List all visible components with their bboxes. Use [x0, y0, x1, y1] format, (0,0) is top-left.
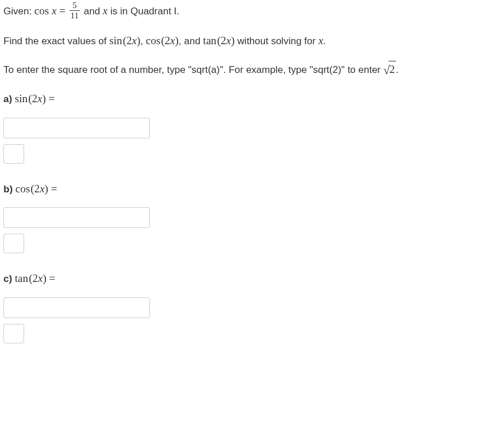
part-a-label: a) sin (2x) =	[3, 91, 501, 107]
arg-var: x	[226, 34, 231, 47]
answer-input-c[interactable]	[3, 297, 150, 318]
tan-label: tan	[203, 34, 216, 47]
preview-box-a[interactable]	[3, 144, 24, 164]
find-suffix: without solving for	[234, 36, 318, 47]
part-letter: a)	[3, 94, 15, 105]
sin-label: sin	[109, 34, 122, 47]
find-line: Find the exact values of sin (2x), cos (…	[3, 33, 501, 49]
arg-open: (2	[29, 272, 38, 284]
part-letter: b)	[3, 184, 16, 195]
equals: =	[47, 272, 55, 284]
fraction-den: 11	[70, 11, 80, 20]
answer-input-b[interactable]	[3, 207, 150, 228]
suffix-after: is in Quadrant I.	[107, 6, 179, 17]
arg-open: (2	[217, 34, 226, 47]
arg-open: (2	[28, 92, 37, 105]
part-c: c) tan (2x) =	[3, 270, 501, 343]
fraction: 511	[70, 1, 80, 20]
preview-box-b[interactable]	[3, 234, 24, 253]
arg-var: x	[132, 34, 136, 47]
preview-box-c[interactable]	[3, 324, 24, 343]
arg-open: (2	[30, 183, 40, 195]
equals: =	[48, 183, 57, 195]
part-a: a) sin (2x) =	[3, 91, 501, 164]
fn: sin	[15, 92, 28, 105]
given-prefix: Given:	[3, 6, 34, 17]
hint-line: To enter the square root of a number, ty…	[3, 61, 501, 80]
answer-input-a[interactable]	[3, 118, 150, 138]
cos-label: cos	[146, 34, 160, 47]
arg-var: x	[38, 272, 43, 284]
arg-var: x	[40, 183, 44, 195]
radicand: 2	[388, 61, 397, 78]
sep: ,	[140, 36, 145, 47]
arg-open: (2	[161, 34, 170, 47]
suffix-before: and	[81, 6, 103, 17]
arg-open: (2	[123, 34, 132, 47]
sep: , and	[179, 36, 203, 47]
hint-text: To enter the square root of a number, ty…	[3, 64, 383, 75]
cos-label: cos	[34, 5, 49, 17]
fn: tan	[15, 272, 28, 284]
find-prefix: Find the exact values of	[3, 36, 109, 47]
part-c-label: c) tan (2x) =	[3, 270, 501, 287]
part-b: b) cos (2x) =	[3, 181, 501, 254]
equals: =	[46, 92, 55, 105]
fraction-num: 5	[70, 1, 80, 11]
part-b-label: b) cos (2x) =	[3, 181, 501, 198]
sqrt-example: √2	[383, 61, 396, 80]
part-letter: c)	[3, 273, 15, 284]
given-line: Given: cos x = 511 and x is in Quadrant …	[3, 2, 501, 21]
equals: =	[56, 5, 68, 17]
period: .	[396, 64, 399, 75]
period: .	[323, 36, 326, 47]
fn: cos	[16, 183, 30, 195]
